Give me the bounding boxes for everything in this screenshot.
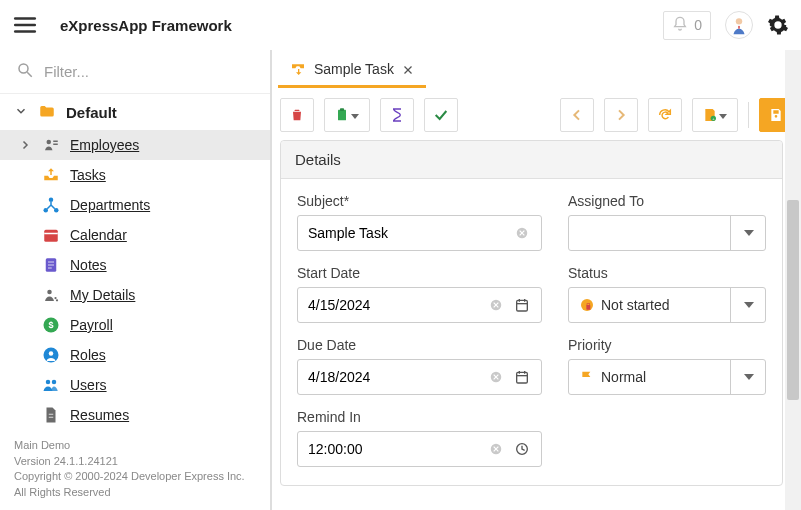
sidebar-item-label: Employees <box>70 137 139 153</box>
task-tray-icon <box>290 61 306 77</box>
next-button[interactable] <box>604 98 638 132</box>
hourglass-button[interactable] <box>380 98 414 132</box>
svg-point-10 <box>49 198 54 203</box>
due-date-label: Due Date <box>297 337 542 353</box>
refresh-button[interactable] <box>648 98 682 132</box>
flag-icon <box>579 369 595 385</box>
calendar-icon <box>42 226 60 244</box>
clock-icon[interactable] <box>509 436 535 462</box>
subject-input[interactable] <box>297 215 542 251</box>
svg-point-5 <box>19 64 28 73</box>
remind-in-label: Remind In <box>297 409 542 425</box>
clear-icon[interactable] <box>509 220 535 246</box>
sidebar-item-calendar[interactable]: Calendar <box>0 220 270 250</box>
clear-icon[interactable] <box>483 292 509 318</box>
chevron-right-icon <box>18 139 32 151</box>
sidebar-item-label: Calendar <box>70 227 127 243</box>
start-date-input[interactable] <box>297 287 542 323</box>
svg-rect-8 <box>53 141 58 143</box>
sidebar-item-users[interactable]: Users <box>0 370 270 400</box>
svg-rect-9 <box>53 144 58 146</box>
clear-icon[interactable] <box>483 436 509 462</box>
calendar-icon[interactable] <box>509 292 535 318</box>
person-card-icon <box>42 136 60 154</box>
sidebar-item-label: Resumes <box>70 407 129 423</box>
scrollbar-thumb[interactable] <box>787 200 799 400</box>
sidebar-item-resumes[interactable]: Resumes <box>0 400 270 430</box>
note-icon <box>42 256 60 274</box>
sidebar-item-notes[interactable]: Notes <box>0 250 270 280</box>
person-dots-icon <box>42 286 60 304</box>
filter-input[interactable] <box>44 63 254 80</box>
clipboard-split-button[interactable] <box>324 98 370 132</box>
svg-rect-39 <box>517 300 528 311</box>
svg-rect-34 <box>340 108 344 111</box>
nav-group-label: Default <box>66 104 117 121</box>
status-label: Status <box>568 265 766 281</box>
sidebar-item-label: Tasks <box>70 167 106 183</box>
status-select[interactable]: Not started <box>568 287 766 323</box>
bell-icon <box>672 16 688 35</box>
sidebar-item-label: Roles <box>70 347 106 363</box>
svg-text:$: $ <box>48 320 53 330</box>
sidebar-item-tasks[interactable]: Tasks <box>0 160 270 190</box>
priority-label: Priority <box>568 337 766 353</box>
tab-sample-task[interactable]: Sample Task <box>278 52 426 88</box>
svg-point-22 <box>56 299 58 301</box>
document-icon <box>42 406 60 424</box>
folder-icon <box>38 103 56 121</box>
chevron-down-icon <box>14 104 28 121</box>
clear-icon[interactable] <box>483 364 509 390</box>
start-date-label: Start Date <box>297 265 542 281</box>
hamburger-icon[interactable] <box>12 12 38 38</box>
sidebar-item-departments[interactable]: Departments <box>0 190 270 220</box>
notification-count: 0 <box>694 17 702 33</box>
sidebar-item-label: Notes <box>70 257 107 273</box>
prev-button[interactable] <box>560 98 594 132</box>
assigned-to-select[interactable] <box>568 215 766 251</box>
sidebar-item-label: Departments <box>70 197 150 213</box>
assigned-to-label: Assigned To <box>568 193 766 209</box>
filter-row <box>0 50 270 94</box>
subject-label: Subject* <box>297 193 542 209</box>
svg-point-28 <box>52 380 57 385</box>
sidebar-item-my-details[interactable]: My Details <box>0 280 270 310</box>
nodes-icon <box>42 196 60 214</box>
user-avatar[interactable] <box>725 11 753 39</box>
sidebar-item-employees[interactable]: Employees <box>0 130 270 160</box>
toolbar-separator <box>748 102 749 128</box>
status-icon <box>579 297 595 313</box>
tab-title: Sample Task <box>314 61 394 77</box>
sidebar-item-payroll[interactable]: $Payroll <box>0 310 270 340</box>
sidebar-item-label: Payroll <box>70 317 113 333</box>
dropdown-icon[interactable] <box>730 215 766 251</box>
save-options-split-button[interactable]: + <box>692 98 738 132</box>
scrollbar-track[interactable] <box>785 50 801 510</box>
dropdown-icon[interactable] <box>730 359 766 395</box>
svg-rect-4 <box>738 26 739 29</box>
svg-point-3 <box>736 18 742 24</box>
panel-title: Details <box>281 141 782 179</box>
delete-button[interactable] <box>280 98 314 132</box>
priority-select[interactable]: Normal <box>568 359 766 395</box>
svg-rect-47 <box>517 372 528 383</box>
svg-point-27 <box>46 380 51 385</box>
remind-in-input[interactable] <box>297 431 542 467</box>
settings-gear-icon[interactable] <box>767 14 789 36</box>
people-icon <box>42 376 60 394</box>
notifications-button[interactable]: 0 <box>663 11 711 40</box>
dropdown-icon[interactable] <box>730 287 766 323</box>
svg-line-6 <box>27 72 32 77</box>
calendar-icon[interactable] <box>509 364 535 390</box>
sidebar-footer: Main Demo Version 24.1.1.24121 Copyright… <box>0 432 270 510</box>
tab-close-icon[interactable] <box>402 63 414 75</box>
task-tray-icon <box>42 166 60 184</box>
dollar-circle-icon: $ <box>42 316 60 334</box>
svg-point-7 <box>47 140 52 145</box>
nav-group-default[interactable]: Default <box>0 94 270 130</box>
confirm-button[interactable] <box>424 98 458 132</box>
search-icon <box>16 61 34 82</box>
sidebar-item-roles[interactable]: Roles <box>0 340 270 370</box>
due-date-input[interactable] <box>297 359 542 395</box>
svg-point-21 <box>54 297 56 299</box>
